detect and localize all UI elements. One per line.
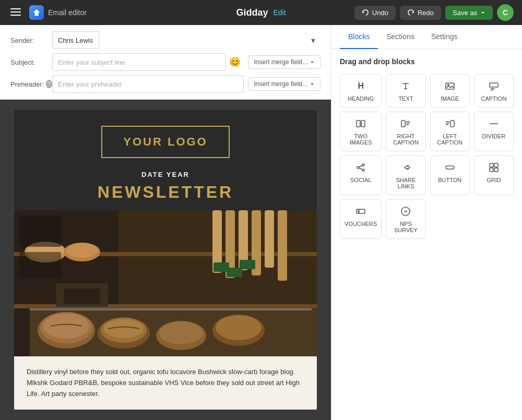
block-social[interactable]: SOCIAL xyxy=(340,155,382,195)
svg-line-48 xyxy=(359,168,362,170)
email-inner: YOUR LOGO DATE YEAR NEWSLETTER xyxy=(14,110,317,410)
block-nps-survey[interactable]: NPS SURVEY xyxy=(386,199,425,239)
logo-box: YOUR LOGO xyxy=(101,126,229,158)
tab-sections[interactable]: Sections xyxy=(378,25,423,49)
blocks-section: Drag and drop blocks H HEADING TEXT xyxy=(331,49,522,420)
blocks-grid: H HEADING TEXT IMAGE xyxy=(340,74,514,239)
block-image[interactable]: IMAGE xyxy=(430,74,470,107)
logo-text: YOUR LOGO xyxy=(123,135,207,148)
newsletter-text: NEWSLETTER xyxy=(14,181,317,210)
block-text[interactable]: TEXT xyxy=(386,74,425,107)
blocks-title: Drag and drop blocks xyxy=(340,57,514,66)
block-image-label: IMAGE xyxy=(441,95,459,102)
emoji-button[interactable]: 😊 xyxy=(229,56,241,68)
preheader-merge-button[interactable]: Insert merge field... xyxy=(248,77,321,91)
edit-link[interactable]: Edit xyxy=(273,8,286,17)
preheader-input[interactable] xyxy=(52,75,244,93)
food-image xyxy=(14,210,317,356)
block-vouchers[interactable]: VOUCHERS xyxy=(340,199,382,239)
email-preview: YOUR LOGO DATE YEAR NEWSLETTER xyxy=(0,100,331,420)
svg-point-24 xyxy=(43,314,89,339)
block-right-caption[interactable]: RIGHT CAPTION xyxy=(386,112,425,151)
user-avatar[interactable]: C xyxy=(497,4,514,21)
block-two-images-label: TWO IMAGES xyxy=(345,133,377,146)
svg-point-19 xyxy=(66,243,98,258)
svg-rect-49 xyxy=(446,166,454,169)
block-grid[interactable]: GRID xyxy=(474,155,514,195)
svg-point-55 xyxy=(401,207,410,215)
topbar-center: Gidday Edit xyxy=(236,7,286,18)
topbar-actions: Undo Redo Save as C xyxy=(354,4,514,21)
save-button[interactable]: Save as xyxy=(445,6,493,20)
subject-merge-button[interactable]: Insert merge field... xyxy=(248,55,321,69)
svg-rect-42 xyxy=(450,121,454,127)
block-vouchers-label: VOUCHERS xyxy=(345,221,377,227)
date-text: DATE YEAR xyxy=(14,171,317,178)
block-share-links[interactable]: SHARE LINKS xyxy=(386,155,425,195)
right-panel: Blocks Sections Settings Drag and drop b… xyxy=(331,25,522,420)
left-panel: Sender: Chris Lewis Subject: 😊 Insert me… xyxy=(0,25,331,420)
form-section: Sender: Chris Lewis Subject: 😊 Insert me… xyxy=(0,25,331,100)
svg-point-31 xyxy=(216,315,262,340)
app-name: Email editor xyxy=(48,8,87,17)
block-two-images[interactable]: TWO IMAGES xyxy=(340,112,382,151)
svg-rect-1 xyxy=(10,11,21,13)
caption-icon xyxy=(488,80,500,92)
block-divider[interactable]: DIVIDER xyxy=(474,112,514,151)
svg-rect-21 xyxy=(30,308,312,310)
main-layout: Sender: Chris Lewis Subject: 😊 Insert me… xyxy=(0,25,522,420)
svg-rect-39 xyxy=(357,121,360,127)
block-heading[interactable]: H HEADING xyxy=(340,74,382,107)
svg-rect-33 xyxy=(19,252,61,278)
svg-point-46 xyxy=(362,169,364,171)
svg-rect-2 xyxy=(10,15,21,16)
svg-rect-35 xyxy=(64,289,100,304)
subject-input[interactable] xyxy=(52,53,226,71)
block-divider-label: DIVIDER xyxy=(482,133,506,139)
svg-line-47 xyxy=(359,165,362,167)
block-button[interactable]: BUTTON xyxy=(430,155,470,195)
svg-rect-53 xyxy=(494,168,498,172)
date-section: DATE YEAR xyxy=(14,169,317,181)
subject-row: Subject: 😊 Insert merge field... xyxy=(10,53,321,71)
block-share-links-label: SHARE LINKS xyxy=(390,177,421,189)
svg-point-37 xyxy=(447,85,449,86)
logo-section: YOUR LOGO xyxy=(14,110,317,169)
block-caption-label: CAPTION xyxy=(481,95,506,102)
undo-label: Undo xyxy=(372,9,388,17)
tab-settings[interactable]: Settings xyxy=(423,25,466,49)
redo-label: Redo xyxy=(418,9,434,17)
description-text: Distillery vinyl before they sold out, o… xyxy=(27,367,304,399)
description-section: Distillery vinyl before they sold out, o… xyxy=(14,356,317,410)
logo-icon xyxy=(29,5,44,20)
button-icon xyxy=(444,161,456,174)
svg-rect-50 xyxy=(490,163,493,167)
svg-rect-52 xyxy=(490,168,493,172)
preheader-help-icon[interactable]: ? xyxy=(46,80,52,88)
preheader-row: Preheader: ? Insert merge field... xyxy=(10,75,321,93)
grid-icon xyxy=(488,161,500,174)
subject-label: Subject: xyxy=(10,58,52,66)
svg-point-44 xyxy=(362,164,364,166)
preheader-label: Preheader: ? xyxy=(10,80,52,88)
sender-select-wrapper: Chris Lewis xyxy=(52,31,321,49)
hamburger-button[interactable] xyxy=(8,5,23,21)
tab-blocks[interactable]: Blocks xyxy=(340,25,378,49)
svg-rect-51 xyxy=(494,163,498,167)
undo-button[interactable]: Undo xyxy=(354,6,396,20)
save-label: Save as xyxy=(453,9,477,17)
left-caption-icon xyxy=(444,117,456,130)
svg-rect-38 xyxy=(490,83,498,87)
sender-select[interactable]: Chris Lewis xyxy=(52,31,99,49)
block-nps-survey-label: NPS SURVEY xyxy=(390,221,421,233)
block-left-caption[interactable]: LEFT CAPTION xyxy=(430,112,470,151)
block-grid-label: GRID xyxy=(487,177,501,183)
svg-rect-0 xyxy=(10,8,21,9)
block-social-label: SOCIAL xyxy=(350,177,371,183)
block-text-label: TEXT xyxy=(398,95,413,102)
redo-button[interactable]: Redo xyxy=(400,6,441,20)
svg-rect-15 xyxy=(240,260,255,269)
block-left-caption-label: LEFT CAPTION xyxy=(435,133,465,146)
block-caption[interactable]: CAPTION xyxy=(474,74,514,107)
svg-rect-40 xyxy=(361,121,365,127)
